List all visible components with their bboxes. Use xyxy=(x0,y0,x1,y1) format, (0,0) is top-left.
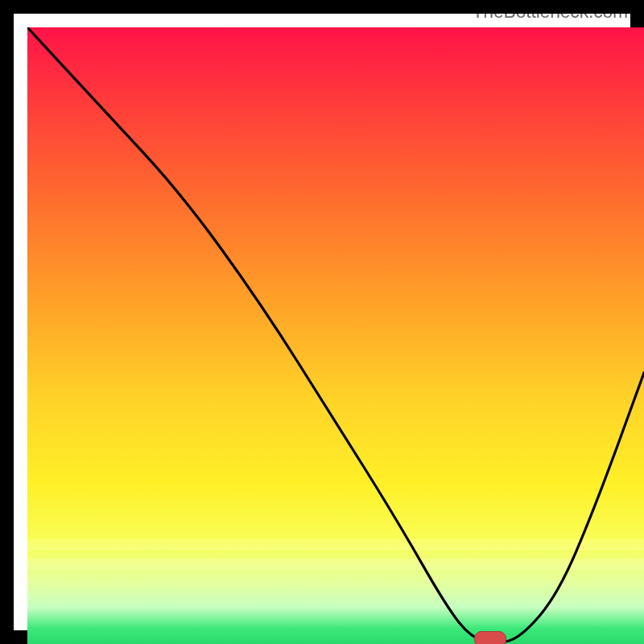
chart-plot-area xyxy=(27,27,644,644)
curve-path xyxy=(27,27,644,642)
chart-frame xyxy=(0,0,644,644)
optimal-marker xyxy=(474,631,506,644)
bottleneck-line-chart xyxy=(27,27,644,644)
